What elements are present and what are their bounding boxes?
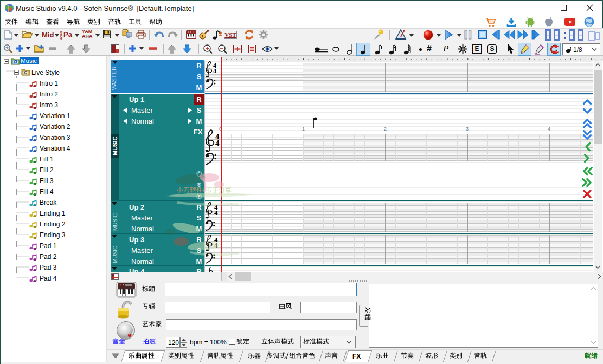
svg-text:KORG: KORG — [60, 31, 63, 41]
